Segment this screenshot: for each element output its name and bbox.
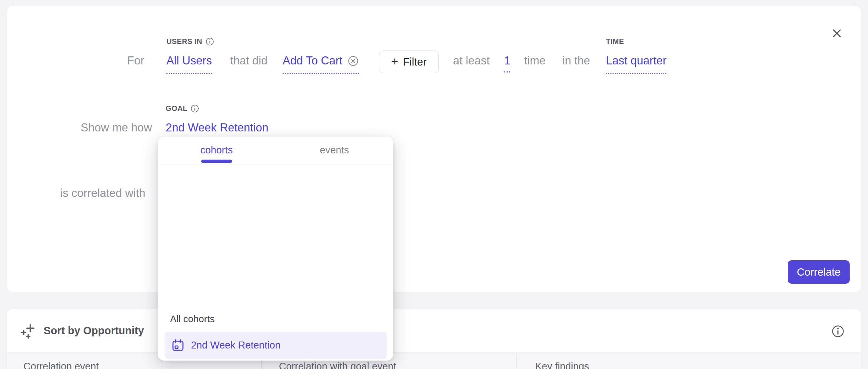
all-cohorts-section-label: All cohorts — [170, 313, 214, 325]
active-tab-indicator — [201, 160, 232, 163]
at-least-label: at least — [453, 53, 490, 68]
cohort-item-label: 2nd Week Retention — [191, 340, 280, 351]
calendar-icon — [171, 339, 185, 352]
count-selector[interactable]: 1 — [504, 53, 510, 72]
correlation-table-header: Correlation event Correlation with goal … — [7, 353, 861, 369]
info-icon[interactable] — [832, 325, 844, 338]
event-selector[interactable]: Add To Cart — [283, 53, 359, 74]
that-did-label: that did — [230, 53, 268, 68]
event-value-link[interactable]: Add To Cart — [283, 53, 359, 74]
time-word-label: time — [524, 53, 546, 68]
tab-events[interactable]: events — [276, 137, 394, 164]
cohort-picker-dropdown: cohorts events All cohorts 2nd Week Rete… — [158, 137, 393, 361]
count-value-link[interactable]: 1 — [504, 53, 510, 72]
column-divider — [516, 353, 517, 369]
users-in-label: USERS IN — [166, 37, 214, 46]
opportunity-sparkle-icon — [20, 323, 37, 339]
is-correlated-with-label: is correlated with — [60, 186, 146, 201]
time-value-link[interactable]: Last quarter — [606, 53, 666, 74]
column-header-key-findings: Key findings — [535, 361, 589, 369]
time-section-label: TIME — [606, 37, 624, 46]
add-filter-button[interactable]: + Filter — [379, 51, 439, 73]
column-header-correlation-event: Correlation event — [23, 361, 99, 369]
results-card: Sort by Opportunity Correlation event Co… — [7, 309, 861, 369]
list-item-cohort[interactable]: 2nd Week Retention — [165, 332, 387, 359]
users-value-link[interactable]: All Users — [166, 53, 212, 74]
sort-by-opportunity-control[interactable]: Sort by Opportunity — [20, 323, 144, 339]
dropdown-tabs: cohorts events — [158, 137, 393, 164]
in-the-label: in the — [562, 53, 590, 68]
remove-event-icon[interactable] — [347, 55, 359, 67]
goal-label: GOAL — [166, 104, 199, 113]
users-in-selector: USERS IN All Users — [166, 53, 212, 74]
sort-row: Sort by Opportunity — [7, 309, 861, 353]
info-icon — [191, 104, 199, 113]
correlate-button[interactable]: Correlate — [788, 260, 850, 284]
query-builder-card: For USERS IN All Users that did Add To C… — [7, 5, 861, 293]
time-range-selector: TIME Last quarter — [606, 53, 666, 74]
info-icon — [206, 37, 214, 46]
plus-icon: + — [391, 55, 398, 67]
for-label: For — [127, 53, 144, 68]
sort-by-opportunity-label: Sort by Opportunity — [44, 325, 144, 337]
close-icon[interactable] — [830, 27, 843, 40]
column-header-correlation-with-goal: Correlation with goal event — [279, 361, 396, 369]
show-me-how-label: Show me how — [81, 120, 152, 135]
